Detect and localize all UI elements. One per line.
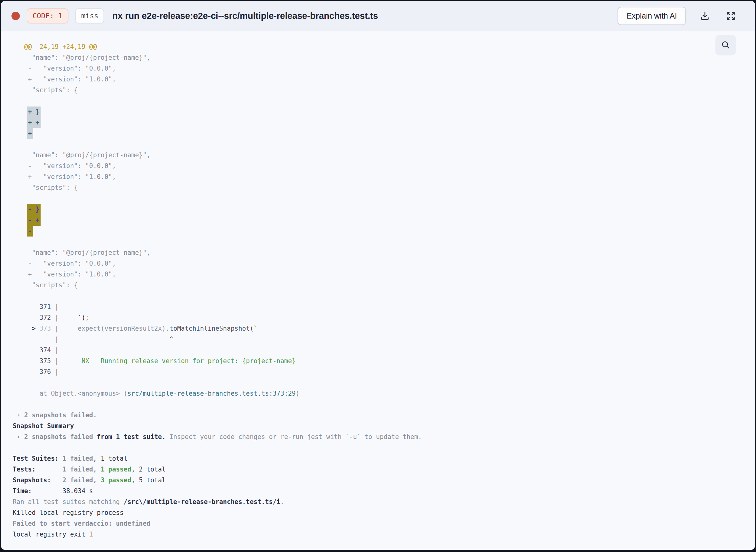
log-segment: . (281, 498, 284, 506)
log-segment: 371 (13, 303, 55, 310)
log-segment: 1 failed (62, 465, 93, 473)
log-line: > 373 | expect(versionResult2x).toMatchI… (13, 323, 755, 334)
log-line (13, 442, 755, 453)
log-line: @@ -24,19 +24,19 @@ (13, 41, 755, 52)
log-segment: src/multiple-release-branches.test.ts:37… (127, 390, 296, 397)
log-segment (13, 108, 28, 116)
log-segment: + (27, 128, 33, 139)
log-segment: 374 (13, 347, 55, 354)
fullscreen-button[interactable] (724, 9, 738, 23)
log-segment: Failed to start verdaccio: undefined (13, 520, 150, 527)
log-segment: 3 passed (101, 476, 131, 484)
log-line: Snapshots: 2 failed, 3 passed, 5 total (13, 475, 755, 486)
log-segment: `) (59, 314, 85, 321)
log-segment: + "version": "1.0.0", (13, 76, 116, 83)
log-line: 371 | (13, 301, 755, 312)
log-line: "name": "@proj/{project-name}", (13, 247, 755, 258)
log-segment: | (55, 357, 59, 365)
log-line: + (13, 128, 755, 139)
log-segment: , (93, 476, 101, 484)
log-segment (13, 205, 28, 213)
log-line: local registry exit 1 (13, 529, 755, 540)
log-panel: @@ -24,19 +24,19 @@ "name": "@proj/{proj… (1, 31, 755, 550)
log-segment: at Object.<anonymous> ( (13, 390, 127, 397)
expand-icon (726, 11, 736, 21)
log-segment: Time: (13, 487, 62, 495)
log-segment: ; (86, 314, 89, 321)
log-segment: + "version": "1.0.0", (13, 173, 116, 180)
log-segment: 2 failed (62, 476, 93, 484)
log-line: Snapshot Summary (13, 421, 755, 432)
log-line: - + (13, 215, 755, 226)
log-line: Test Suites: 1 failed, 1 total (13, 453, 755, 464)
log-segment: - "version": "0.0.0", (13, 162, 116, 170)
log-line: + "version": "1.0.0", (13, 269, 755, 280)
log-line: "scripts": { (13, 182, 755, 193)
log-segment (13, 130, 28, 137)
log-segment: "scripts": { (13, 184, 78, 191)
log-segment (13, 227, 28, 235)
log-segment: Inspect your code changes or re-run jest… (166, 433, 422, 440)
log-line (13, 291, 755, 301)
log-segment: "name": "@proj/{project-name}", (13, 249, 150, 256)
log-segment: | (55, 314, 59, 321)
log-segment: "name": "@proj/{project-name}", (13, 54, 150, 61)
log-segment (13, 119, 28, 126)
log-line (13, 237, 755, 247)
log-segment: , 1 total (93, 455, 127, 462)
task-title: nx run e2e-release:e2e-ci--src/multiple-… (112, 11, 618, 21)
log-segment: | (55, 368, 59, 376)
log-segment: - "version": "0.0.0", (13, 65, 116, 72)
log-line: + "version": "1.0.0", (13, 171, 755, 182)
log-segment: Ran all test suites matching (13, 498, 124, 506)
log-segment: @@ -24,19 +24,19 @@ (13, 43, 97, 50)
log-line: - "version": "0.0.0", (13, 258, 755, 269)
log-segment: 373 (36, 325, 55, 332)
log-line: 376 | (13, 367, 755, 377)
log-segment: local registry exit (13, 531, 89, 538)
status-dot (11, 12, 20, 20)
log-segment: , 5 total (131, 476, 166, 484)
log-segment: toMatchInlineSnapshot( (170, 325, 254, 332)
log-line: › 2 snapshots failed from 1 test suite. … (13, 432, 755, 442)
log-segment: , (93, 465, 101, 473)
log-line: "scripts": { (13, 280, 755, 291)
log-line: - (13, 226, 755, 237)
log-line (13, 193, 755, 204)
log-line (13, 399, 755, 410)
log-segment: Killed local registry process (13, 509, 124, 516)
log-segment (13, 335, 55, 343)
log-segment: - } (27, 204, 40, 215)
log-segment: › 2 snapshots failed. (13, 411, 97, 419)
log-segment: Test Suites: (13, 455, 62, 462)
log-segment: 1 failed (62, 455, 93, 462)
search-button[interactable] (716, 35, 736, 55)
log-line: Tests: 1 failed, 1 passed, 2 total (13, 464, 755, 475)
cache-status-badge: miss (75, 8, 104, 23)
task-output-window: CODE: 1 miss nx run e2e-release:e2e-ci--… (1, 1, 755, 550)
explain-with-ai-button[interactable]: Explain with AI (618, 7, 686, 25)
log-line: - "version": "0.0.0", (13, 161, 755, 171)
log-line: | ^ (13, 334, 755, 345)
log-line (13, 96, 755, 107)
download-button[interactable] (698, 9, 712, 23)
log-segment: › 2 snapshots failed (13, 433, 93, 440)
log-segment: 1 passed (101, 465, 131, 473)
log-line: + "version": "1.0.0", (13, 74, 755, 85)
log-line: "name": "@proj/{project-name}", (13, 150, 755, 161)
log-line: + } (13, 107, 755, 117)
log-segment: 1 (89, 531, 93, 538)
log-segment: "name": "@proj/{project-name}", (13, 151, 150, 159)
log-segment: | (55, 325, 59, 332)
log-line: › 2 snapshots failed. (13, 410, 755, 421)
log-line: 375 | NX Running release version for pro… (13, 356, 755, 367)
log-segment: 372 (13, 314, 55, 321)
log-segment: - "version": "0.0.0", (13, 260, 116, 267)
log-segment: + "version": "1.0.0", (13, 271, 116, 278)
log-line: at Object.<anonymous> (src/multiple-rele… (13, 388, 755, 399)
log-line: - "version": "0.0.0", (13, 63, 755, 74)
log-line: "scripts": { (13, 85, 755, 96)
log-segment: Snapshots: (13, 476, 62, 484)
log-line: + + (13, 117, 755, 128)
search-icon (721, 40, 731, 51)
